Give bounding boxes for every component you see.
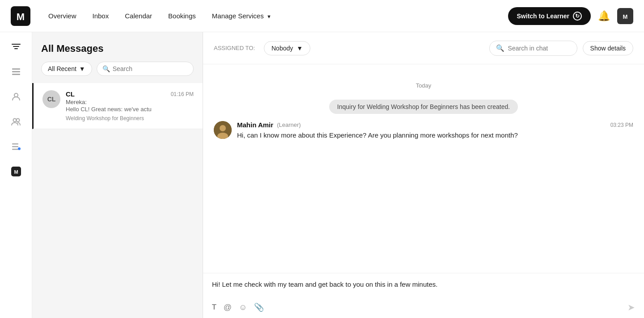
sidebar-mereka-icon[interactable]: M	[9, 164, 23, 179]
send-button[interactable]: ➤	[627, 302, 635, 313]
messages-panel-title: All Messages	[41, 43, 194, 54]
search-chat-input[interactable]	[508, 45, 571, 52]
svg-rect-15	[12, 149, 18, 150]
filter-dropdown-arrow: ▼	[79, 65, 85, 72]
chat-composer: Hi! Let me check with my team and get ba…	[203, 273, 644, 318]
mention-icon[interactable]: @	[224, 303, 232, 312]
message-text: Hi, can I know more about this Experienc…	[237, 130, 633, 141]
switch-to-learner-button[interactable]: Switch to Learner ↻	[508, 7, 591, 25]
sender-name: Mahin Amir	[237, 121, 273, 129]
svg-rect-7	[12, 68, 20, 70]
nav-bookings[interactable]: Bookings	[168, 12, 196, 20]
conversation-tag: Welding Workshop for Beginners	[66, 115, 194, 121]
search-input[interactable]	[113, 65, 188, 72]
conversation-sender: Mereka:	[66, 99, 194, 105]
nav-calendar[interactable]: Calendar	[125, 12, 152, 20]
sidebar-list-check-icon[interactable]	[9, 139, 23, 154]
chat-message-meta: Mahin Amir (Learner) 03:23 PM	[237, 121, 633, 129]
svg-point-20	[220, 125, 226, 131]
messages-panel: All Messages All Recent ▼ 🔍 CL CL	[32, 32, 203, 318]
sender-role: (Learner)	[277, 121, 301, 128]
assigned-value: Nobody	[271, 45, 293, 52]
assigned-dropdown[interactable]: Nobody ▼	[264, 41, 310, 55]
assigned-label: ASSIGNED TO:	[214, 45, 255, 51]
search-wrap: 🔍	[97, 62, 194, 76]
svg-point-16	[18, 147, 21, 150]
conversation-name: CL	[66, 90, 75, 98]
filter-dropdown[interactable]: All Recent ▼	[41, 62, 92, 76]
topnav-right: Switch to Learner ↻ 🔔 M	[508, 7, 633, 25]
app-body: M All Messages All Recent ▼ 🔍 CL	[0, 32, 644, 318]
emoji-icon[interactable]: ☺	[239, 303, 247, 312]
message-list: CL CL 01:16 PM Mereka: Hello CL! Great n…	[32, 83, 203, 318]
nav-inbox[interactable]: Inbox	[93, 12, 109, 20]
assigned-dropdown-arrow: ▼	[297, 45, 303, 52]
svg-text:M: M	[14, 169, 18, 175]
conversation-row1: CL 01:16 PM	[66, 90, 194, 98]
messages-panel-header: All Messages All Recent ▼ 🔍	[32, 32, 203, 83]
message-time: 03:23 PM	[610, 122, 633, 128]
svg-rect-9	[12, 74, 20, 75]
sidebar-list-icon[interactable]	[9, 64, 23, 79]
chat-message: Mahin Amir (Learner) 03:23 PM Hi, can I …	[214, 121, 633, 141]
switch-icon: ↻	[573, 12, 582, 21]
conversation-avatar: CL	[42, 90, 60, 108]
conversation-content: CL 01:16 PM Mereka: Hello CL! Great news…	[66, 90, 194, 121]
show-details-button[interactable]: Show details	[583, 41, 633, 55]
nav-links: Overview Inbox Calendar Bookings Manage …	[48, 12, 490, 20]
sidebar-person-icon[interactable]	[9, 89, 23, 104]
chat-panel: ASSIGNED TO: Nobody ▼ 🔍 Show details Tod…	[203, 32, 644, 318]
filter-row: All Recent ▼ 🔍	[41, 62, 194, 76]
svg-rect-8	[12, 71, 20, 72]
composer-input[interactable]: Hi! Let me check with my team and get ba…	[212, 280, 635, 297]
composer-toolbar: T @ ☺ 📎 ➤	[212, 302, 635, 313]
conversation-item[interactable]: CL CL 01:16 PM Mereka: Hello CL! Great n…	[32, 83, 203, 129]
chat-header-right: 🔍 Show details	[489, 41, 633, 56]
conversation-time: 01:16 PM	[171, 91, 194, 97]
nav-overview[interactable]: Overview	[48, 12, 76, 20]
date-divider: Today	[214, 82, 633, 89]
search-chat-icon: 🔍	[496, 44, 504, 52]
mereka-logo[interactable]: M	[11, 6, 30, 26]
chat-messages: Today Inquiry for Welding Workshop for B…	[203, 64, 644, 273]
topnav: M Overview Inbox Calendar Bookings Manag…	[0, 0, 644, 32]
search-chat-wrap: 🔍	[489, 41, 577, 56]
bold-icon[interactable]: T	[212, 303, 216, 311]
svg-point-12	[16, 119, 19, 122]
user-avatar[interactable]: M	[617, 8, 633, 24]
notification-bell-icon[interactable]: 🔔	[598, 10, 610, 22]
conversation-preview: Hello CL! Great news: we've actu	[66, 106, 173, 113]
svg-text:M: M	[623, 13, 628, 20]
svg-point-11	[13, 119, 16, 122]
svg-rect-13	[12, 143, 18, 145]
sidebar-filter-icon[interactable]	[9, 39, 23, 54]
nav-manage-services[interactable]: Manage Services ▼	[212, 12, 271, 20]
system-message: Inquiry for Welding Workshop for Beginne…	[329, 100, 518, 114]
sender-avatar	[214, 121, 232, 139]
sidebar-group-icon[interactable]	[9, 114, 23, 129]
attach-icon[interactable]: 📎	[254, 302, 264, 312]
chat-header: ASSIGNED TO: Nobody ▼ 🔍 Show details	[203, 32, 644, 64]
search-icon: 🔍	[102, 65, 110, 72]
svg-point-10	[14, 93, 18, 97]
sidebar: M	[0, 32, 32, 318]
manage-services-arrow: ▼	[267, 14, 271, 19]
svg-text:M: M	[17, 11, 25, 22]
chat-message-body: Mahin Amir (Learner) 03:23 PM Hi, can I …	[237, 121, 633, 141]
svg-rect-14	[12, 146, 18, 147]
